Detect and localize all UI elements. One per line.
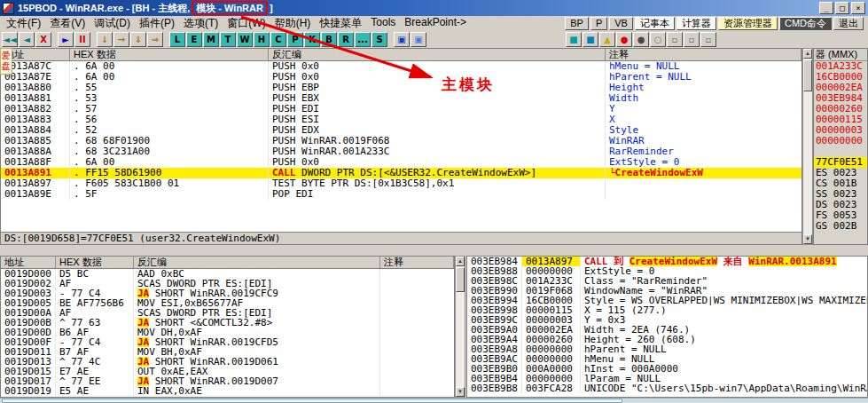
scroll-down-button[interactable]: ▼ bbox=[803, 234, 812, 244]
menu-item[interactable]: 快捷菜单 bbox=[315, 16, 366, 31]
stack-row[interactable]: 003EB9840013A897CALL 到 CreateWindowExW 来… bbox=[467, 257, 867, 266]
cpu-panel-button[interactable]: ■ bbox=[566, 32, 582, 47]
menu-item[interactable]: Tools bbox=[366, 16, 400, 31]
animate-into-button[interactable]: ⇓ bbox=[130, 32, 146, 47]
disasm-row[interactable]: 0013A891. FF15 58D61900CALL DWORD PTR DS… bbox=[1, 168, 802, 178]
view-cpu-button[interactable]: C bbox=[270, 32, 286, 47]
stack-row[interactable]: 003EB9A400000260Height = 260 (608.) bbox=[467, 335, 867, 344]
dump-row[interactable]: 0019D013^ 77 4CJA SHORT WinRAR.0019D061 bbox=[1, 357, 454, 367]
stop-button[interactable]: ● bbox=[633, 32, 649, 47]
disasm-row[interactable]: 0013A883. 56PUSH ESIX bbox=[1, 115, 802, 125]
minimize-button[interactable]: _ bbox=[819, 2, 833, 14]
horizontal-scroll-thumb[interactable] bbox=[2, 399, 622, 403]
status-button[interactable]: ○ bbox=[650, 32, 666, 47]
stack-row[interactable]: 003EB99800000115X = 115 (277.) bbox=[467, 305, 867, 315]
stack-row[interactable]: 003EB9B8003FCA28UNICODE "C:\Users\15pb-w… bbox=[467, 383, 867, 393]
disasm-row[interactable]: 0013A884. 52PUSH EDXStyle bbox=[1, 125, 802, 136]
dump-row[interactable]: 0019D000D5 BCAAD 0xBC bbox=[1, 269, 454, 279]
reload-button[interactable]: ◄ bbox=[19, 32, 35, 47]
view-source-button[interactable]: S bbox=[371, 32, 387, 47]
dump-row[interactable]: 0019D011B7 AFMOV BH,0xAF bbox=[1, 347, 454, 357]
view-run-trace-button[interactable]: ... bbox=[355, 32, 371, 47]
disasm-row[interactable]: 0013A89E. 5FPOP EDI bbox=[1, 189, 802, 200]
view-breakpoints-button[interactable]: B bbox=[321, 32, 337, 47]
scroll-down-button[interactable]: ▼ bbox=[456, 387, 465, 397]
disasm-row[interactable]: 0013A897. F605 583C1B00 01TEST BYTE PTR … bbox=[1, 178, 802, 189]
register-segment[interactable]: GS 002B bbox=[814, 221, 867, 232]
dump-row[interactable]: 0019D017^ 77 EEJA SHORT WinRAR.0019D007 bbox=[1, 376, 454, 386]
dump-scrollbar[interactable]: ▲ ▼ bbox=[455, 256, 465, 398]
disasm-row[interactable]: 0013A885. 68 68F01900PUSH WinRAR.0019F06… bbox=[1, 136, 802, 146]
extra-button-2[interactable]: ▫ bbox=[684, 32, 700, 47]
stack-row[interactable]: 003EB9AC00000000hMenu = NULL bbox=[467, 354, 867, 364]
dump-row[interactable]: 0019D00DB6 AFMOV DH,0xAF bbox=[1, 328, 454, 337]
close-button[interactable]: × bbox=[851, 2, 865, 14]
pause-button[interactable]: II bbox=[74, 32, 90, 47]
extra-button-3[interactable]: ▫ bbox=[700, 32, 716, 47]
quick-bp-button[interactable]: BP bbox=[565, 17, 589, 30]
view-references-button[interactable]: R bbox=[338, 32, 354, 47]
stack-row[interactable]: 003EB98C001A233CClass = "RarReminder" bbox=[467, 276, 867, 286]
disasm-row[interactable]: 0013A88A. 68 3C231A00PUSH WinRAR.001A233… bbox=[1, 146, 802, 157]
quick-notepad-button[interactable]: 记事本 bbox=[635, 17, 675, 30]
dump-row[interactable]: 0019D00F- 77 C4JA SHORT WinRAR.0019CFD5 bbox=[1, 337, 454, 347]
menu-item[interactable]: 帮助(H) bbox=[270, 16, 316, 31]
maximize-button[interactable]: □ bbox=[835, 2, 849, 14]
menu-item[interactable]: 选项(T) bbox=[179, 16, 223, 31]
go-back-button[interactable]: ◄◄ bbox=[2, 32, 18, 47]
menu-item[interactable]: 调试(D) bbox=[90, 16, 135, 31]
horizontal-scrollbar[interactable] bbox=[0, 398, 868, 403]
run-button[interactable]: ► bbox=[58, 32, 74, 47]
disasm-row[interactable]: 0013A880. 55PUSH EBPHeight bbox=[1, 83, 802, 93]
memory-panel-button[interactable]: ■ bbox=[583, 32, 598, 47]
disassembly-scrollbar[interactable]: ▲ ▼ bbox=[802, 48, 813, 245]
step-over-button[interactable]: → bbox=[113, 32, 129, 47]
menu-item[interactable]: 插件(P) bbox=[135, 16, 179, 31]
scroll-up-button[interactable]: ▲ bbox=[803, 49, 812, 59]
view-patches-button[interactable]: P bbox=[287, 32, 303, 47]
animate-over-button[interactable]: ⇒ bbox=[147, 32, 163, 47]
quick-p-button[interactable]: P bbox=[590, 17, 607, 30]
menu-item[interactable]: 查看(V) bbox=[45, 16, 90, 31]
dump-row[interactable]: 0019D002AFSCAS DWORD PTR ES:[EDI] bbox=[1, 279, 454, 288]
disasm-row[interactable]: 0013A87E. 6A 00PUSH 0x0hParent = NULL bbox=[1, 72, 802, 83]
stack-row[interactable]: 003EB9A800000000hParent = NULL bbox=[467, 344, 867, 354]
view-log-button[interactable]: L bbox=[169, 32, 185, 47]
view-threads-button[interactable]: T bbox=[220, 32, 236, 47]
register-value[interactable]: 00000000 bbox=[814, 136, 867, 146]
dump-row[interactable]: 0019D005BE AF7756B6MOV ESI,0xB65677AF bbox=[1, 298, 454, 308]
stack-row[interactable]: 003EB9A0000002EAWidth = 2EA (746.) bbox=[467, 325, 867, 335]
stack-row[interactable]: 003EB9B0000A0000hInst = 000A0000 bbox=[467, 364, 867, 374]
menu-item[interactable]: 窗口(W) bbox=[223, 16, 270, 31]
dump-row[interactable]: 0019D019E5 AEIN EAX,0xAE bbox=[1, 386, 454, 396]
quick-exit-button[interactable]: 退出 bbox=[833, 17, 864, 30]
view-handles-button[interactable]: H bbox=[254, 32, 270, 47]
record-button[interactable]: ● bbox=[616, 32, 632, 47]
stack-row[interactable]: 003EB99416CB0000Style = WS_OVERLAPPED|WS… bbox=[467, 296, 867, 305]
cascade-windows-button[interactable]: ▣ bbox=[411, 32, 426, 47]
alert-button[interactable]: ▲ bbox=[599, 32, 615, 47]
view-memory-button[interactable]: M bbox=[203, 32, 219, 47]
dump-row[interactable]: 0019D00B^ 77 63JA SHORT <&COMCTL32.#8> bbox=[1, 318, 454, 328]
menu-item[interactable]: BreakPoint-> bbox=[400, 16, 471, 31]
tile-windows-button[interactable]: ▣ bbox=[394, 32, 410, 47]
stack-row[interactable]: 003EB9B400000000lParam = NULL bbox=[467, 374, 867, 383]
view-call-stack-button[interactable]: K bbox=[304, 32, 320, 47]
disasm-row[interactable]: 0013A881. 53PUSH EBXWidth bbox=[1, 93, 802, 104]
dump-row[interactable]: 0019D003- 77 C4JA SHORT WinRAR.0019CFC9 bbox=[1, 288, 454, 298]
step-into-button[interactable]: ↓ bbox=[97, 32, 113, 47]
quick-cmd-button[interactable]: CMD命令 bbox=[779, 17, 832, 30]
view-executables-button[interactable]: E bbox=[186, 32, 202, 47]
quick-vb-button[interactable]: VB bbox=[609, 17, 633, 30]
view-windows-button[interactable]: W bbox=[237, 32, 253, 47]
scroll-thumb[interactable] bbox=[456, 267, 465, 292]
stack-row[interactable]: 003EB99C00000003Y = 0x3 bbox=[467, 315, 867, 325]
scroll-thumb[interactable] bbox=[803, 59, 812, 91]
menu-item[interactable]: 文件(F) bbox=[2, 16, 45, 31]
quick-calculator-button[interactable]: 计算器 bbox=[676, 17, 716, 30]
extra-button-1[interactable]: ▫ bbox=[667, 32, 683, 47]
close-program-button[interactable]: X bbox=[35, 32, 51, 47]
side-tab[interactable]: 爱盘 bbox=[0, 48, 12, 75]
dump-row[interactable]: 0019D00AAFSCAS DWORD PTR ES:[EDI] bbox=[1, 308, 454, 318]
disasm-row[interactable]: 0013A88F. 6A 00PUSH 0x0ExtStyle = 0 bbox=[1, 157, 802, 168]
